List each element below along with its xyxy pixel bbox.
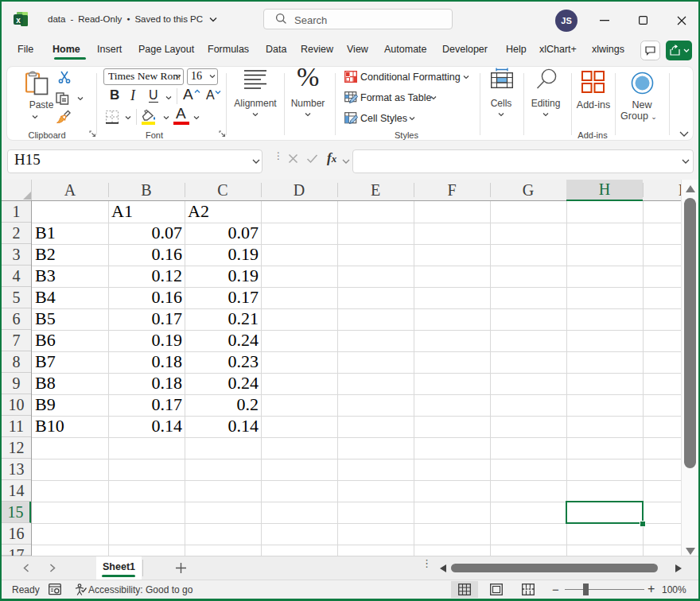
svg-text:x: x: [16, 16, 21, 25]
